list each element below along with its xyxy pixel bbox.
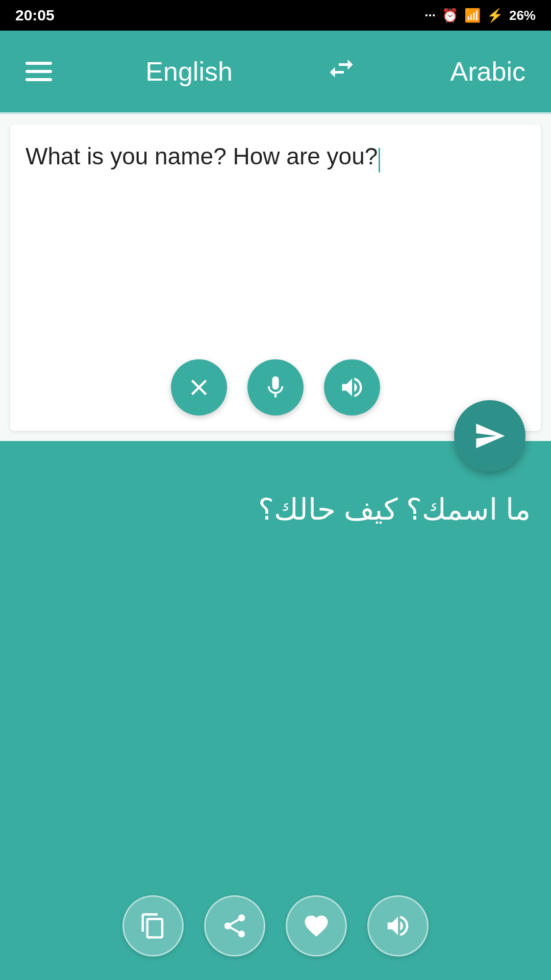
status-time: 20:05 — [15, 7, 55, 24]
input-section: What is you name? How are you? — [0, 114, 551, 441]
output-section: ما اسمك؟ كيف حالك؟ — [0, 441, 551, 980]
source-language-button[interactable]: English — [145, 56, 233, 87]
output-actions — [20, 895, 531, 977]
microphone-button[interactable] — [247, 359, 304, 415]
translate-button[interactable] — [454, 400, 525, 472]
dots-icon: ··· — [424, 8, 436, 23]
clear-button[interactable] — [171, 359, 227, 415]
battery-icon: ⚡ — [487, 8, 503, 23]
status-bar: 20:05 ··· ⏰ 📶 ⚡ 26% — [0, 0, 551, 31]
alarm-icon: ⏰ — [442, 8, 458, 23]
text-cursor — [379, 148, 380, 173]
input-card: What is you name? How are you? — [10, 125, 541, 431]
copy-button[interactable] — [122, 895, 184, 957]
input-actions — [171, 359, 380, 415]
share-button[interactable] — [204, 895, 265, 957]
sim-icon: 📶 — [464, 8, 481, 23]
favorite-button[interactable] — [286, 895, 347, 957]
input-text-display[interactable]: What is you name? How are you? — [26, 140, 525, 173]
translated-text: ما اسمك؟ كيف حالك؟ — [20, 487, 531, 531]
battery-level: 26% — [509, 8, 536, 23]
speak-output-button[interactable] — [367, 895, 429, 957]
input-text-content: What is you name? How are you? — [26, 143, 378, 169]
nav-bar: English Arabic — [0, 31, 551, 112]
swap-languages-button[interactable] — [326, 53, 357, 90]
target-language-button[interactable]: Arabic — [450, 56, 525, 87]
menu-button[interactable] — [26, 62, 52, 81]
speak-input-button[interactable] — [324, 359, 380, 415]
status-icons: ··· ⏰ 📶 ⚡ 26% — [424, 8, 536, 23]
